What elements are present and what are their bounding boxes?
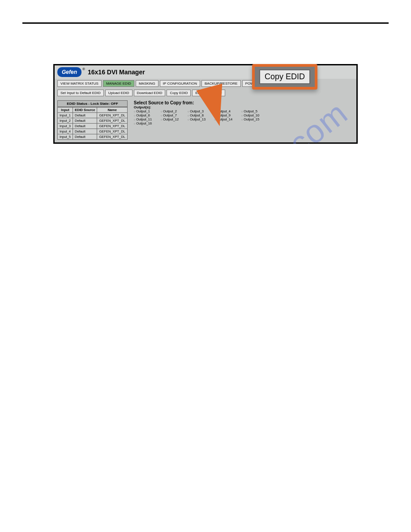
table-row: Input_2DefaultGEFEN_XPT_DL bbox=[58, 118, 128, 124]
brand-logo: Gefen bbox=[57, 67, 81, 77]
tab-manage-edid[interactable]: MANAGE EDID bbox=[103, 80, 134, 87]
tab-view-matrix[interactable]: VIEW MATRIX STATUS bbox=[57, 80, 102, 87]
mini-outputs-grid: Output_1Output_2Output_3Output_4Output_5… bbox=[134, 109, 268, 125]
mini-output-option[interactable]: Output_12 bbox=[161, 117, 188, 121]
subtab-upload[interactable]: Upload EDID bbox=[105, 90, 133, 96]
table-caption: EDID Status - Lock State: OFF bbox=[57, 100, 128, 107]
copy-edid-callout-button[interactable]: Copy EDID bbox=[259, 69, 310, 84]
mini-output-option[interactable]: Output_7 bbox=[161, 113, 188, 117]
subtab-set-default[interactable]: Set Input to Default EDID bbox=[57, 90, 104, 96]
mini-output-option[interactable]: Output_5 bbox=[241, 109, 268, 113]
subtab-download[interactable]: Download EDID bbox=[134, 90, 166, 96]
table-row: Input_4DefaultGEFEN_XPT_DL bbox=[58, 129, 128, 134]
th-source: EDID Source bbox=[73, 107, 97, 113]
mini-output-option[interactable]: Output_1 bbox=[134, 109, 161, 113]
mini-output-option[interactable]: Output_10 bbox=[241, 113, 268, 117]
callout-bubble: Copy EDID bbox=[252, 64, 317, 90]
th-name: Name bbox=[97, 107, 127, 113]
page-rule bbox=[22, 22, 389, 24]
mini-output-option[interactable]: Output_16 bbox=[134, 121, 161, 125]
subtab-copy[interactable]: Copy EDID bbox=[167, 90, 191, 96]
mini-output-option[interactable]: Output_6 bbox=[134, 113, 161, 117]
table-row: Input_3DefaultGEFEN_XPT_DL bbox=[58, 124, 128, 129]
th-input: Input bbox=[58, 107, 73, 113]
mini-output-option[interactable]: Output_15 bbox=[241, 117, 268, 121]
tab-masking[interactable]: MASKING bbox=[136, 80, 158, 87]
app-title: 16x16 DVI Manager bbox=[88, 69, 145, 76]
mini-output-option[interactable]: Output_2 bbox=[161, 109, 188, 113]
edid-status-table: EDID Status - Lock State: OFF Input EDID… bbox=[57, 100, 128, 140]
table-row: Input_5DefaultGEFEN_XPT_DL bbox=[58, 134, 128, 140]
tab-ip-config[interactable]: IP CONFIGURATION bbox=[160, 80, 200, 87]
table-row: Input_1DefaultGEFEN_XPT_DL bbox=[58, 113, 128, 118]
mini-output-option[interactable]: Output_11 bbox=[134, 117, 161, 121]
